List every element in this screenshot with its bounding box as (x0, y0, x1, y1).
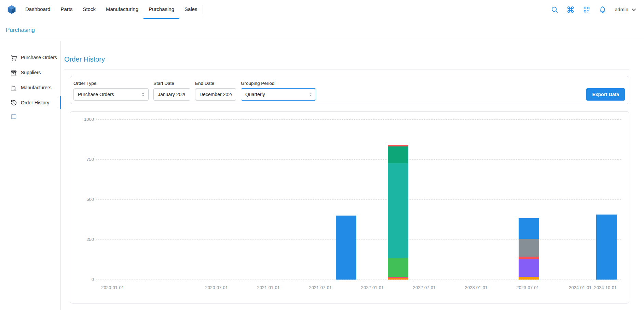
bar-segment-orange[interactable] (388, 278, 408, 280)
gridline (96, 159, 621, 160)
history-clock-icon (11, 100, 17, 106)
user-menu[interactable]: admin (615, 7, 638, 13)
bar-segment-gray[interactable] (519, 239, 539, 256)
main-content: Order History Order Type Purchase Orders… (61, 41, 644, 310)
breadcrumb-bar: Purchasing (0, 19, 644, 41)
tab-purchasing[interactable]: Purchasing (143, 0, 179, 19)
chevron-down-icon (631, 7, 637, 13)
x-axis-label: 2024-01-01 (569, 285, 592, 290)
order-type-select[interactable]: Purchase Orders (73, 88, 149, 101)
x-axis-label: 2023-01-01 (465, 285, 488, 290)
tab-separator (203, 5, 203, 14)
bar-segment-green[interactable] (388, 258, 408, 276)
end-date-input[interactable] (195, 88, 236, 101)
bar-segment-red[interactable] (519, 257, 539, 259)
username: admin (615, 7, 629, 12)
command-icon[interactable] (567, 6, 574, 13)
order-history-chart: 02505007501000 2020-01-012020-07-012021-… (70, 111, 629, 303)
start-date-group: Start Date (153, 81, 190, 104)
main-nav-tabs: Dashboard Parts Stock Manufacturing Purc… (20, 0, 203, 19)
sidebar-item-suppliers[interactable]: Suppliers (0, 65, 60, 80)
grouping-period-group: Grouping Period Quarterly (241, 81, 316, 104)
order-type-group: Order Type Purchase Orders (73, 81, 149, 104)
grouping-period-value: Quarterly (245, 92, 265, 97)
tab-manufacturing[interactable]: Manufacturing (101, 0, 143, 19)
bar-2023-07-01[interactable] (519, 218, 539, 280)
bar-segment-blue[interactable] (336, 216, 356, 280)
factory-icon (11, 85, 17, 91)
bar-segment-teal[interactable] (388, 163, 408, 258)
y-axis-label: 500 (86, 197, 94, 202)
filter-panel: Order Type Purchase Orders Start Date En… (70, 76, 629, 104)
sidebar-item-label: Suppliers (21, 70, 41, 75)
header-actions: admin (551, 0, 638, 19)
tab-dashboard[interactable]: Dashboard (20, 0, 55, 19)
storefront-icon (11, 69, 17, 76)
start-date-input[interactable] (153, 88, 190, 101)
qr-code-icon[interactable] (583, 6, 590, 13)
order-type-value: Purchase Orders (78, 92, 114, 97)
bar-segment-emerald[interactable] (388, 146, 408, 163)
y-axis-label: 750 (86, 157, 94, 162)
sidebar: Purchase Orders Suppliers Manufacturers … (0, 41, 61, 310)
bar-2021-10-01[interactable] (336, 216, 356, 280)
y-axis-label: 250 (86, 237, 94, 242)
export-data-button[interactable]: Export Data (586, 88, 625, 101)
x-axis-label: 2020-01-01 (101, 285, 124, 290)
y-axis-label: 1000 (84, 117, 94, 122)
gridline (96, 240, 621, 240)
x-axis-label: 2024-10-01 (594, 285, 617, 290)
sidebar-item-label: Manufacturers (21, 85, 51, 90)
bar-2022-04-01[interactable] (388, 145, 408, 280)
gridline (96, 280, 621, 280)
end-date-label: End Date (195, 81, 236, 86)
tab-sales[interactable]: Sales (179, 0, 203, 19)
top-header: Dashboard Parts Stock Manufacturing Purc… (0, 0, 644, 19)
x-axis-label: 2023-07-01 (516, 285, 539, 290)
x-axis-label: 2021-01-01 (257, 285, 280, 290)
x-axis-label: 2022-07-01 (413, 285, 436, 290)
sidebar-item-manufacturers[interactable]: Manufacturers (0, 80, 60, 95)
grouping-period-select[interactable]: Quarterly (241, 88, 316, 101)
section-divider (64, 69, 629, 69)
bar-segment-yellow[interactable] (519, 277, 539, 280)
grouping-period-label: Grouping Period (241, 81, 316, 86)
sidebar-item-label: Purchase Orders (21, 55, 57, 60)
order-type-label: Order Type (73, 81, 149, 86)
bell-icon[interactable] (599, 6, 606, 13)
bar-segment-blue[interactable] (596, 215, 617, 280)
sidebar-item-purchase-orders[interactable]: Purchase Orders (0, 50, 60, 65)
bar-2024-10-01[interactable] (596, 215, 617, 280)
sidebar-item-order-history[interactable]: Order History (0, 95, 60, 110)
gridline (96, 199, 621, 200)
x-axis-label: 2022-01-01 (361, 285, 384, 290)
app-logo-icon[interactable] (6, 4, 17, 15)
start-date-label: Start Date (153, 81, 190, 86)
bar-segment-blue[interactable] (519, 218, 539, 239)
shopping-cart-icon (11, 54, 17, 61)
end-date-group: End Date (195, 81, 236, 104)
y-axis-label: 0 (92, 277, 94, 282)
chart-plot-area: 2020-01-012020-07-012021-01-012021-07-01… (96, 112, 621, 280)
search-icon[interactable] (551, 6, 558, 13)
breadcrumb[interactable]: Purchasing (6, 27, 35, 34)
page-title: Order History (64, 55, 629, 63)
sidebar-item-label: Order History (21, 100, 49, 105)
x-axis-label: 2021-07-01 (309, 285, 332, 290)
gridline (96, 119, 621, 120)
tab-stock[interactable]: Stock (78, 0, 101, 19)
y-axis: 02505007501000 (70, 112, 94, 280)
sidebar-collapse-icon[interactable] (11, 114, 17, 120)
selector-chevrons-icon (308, 92, 313, 97)
bar-segment-violet[interactable] (519, 259, 539, 277)
selector-chevrons-icon (140, 92, 146, 97)
x-axis-label: 2020-07-01 (205, 285, 228, 290)
tab-parts[interactable]: Parts (55, 0, 78, 19)
